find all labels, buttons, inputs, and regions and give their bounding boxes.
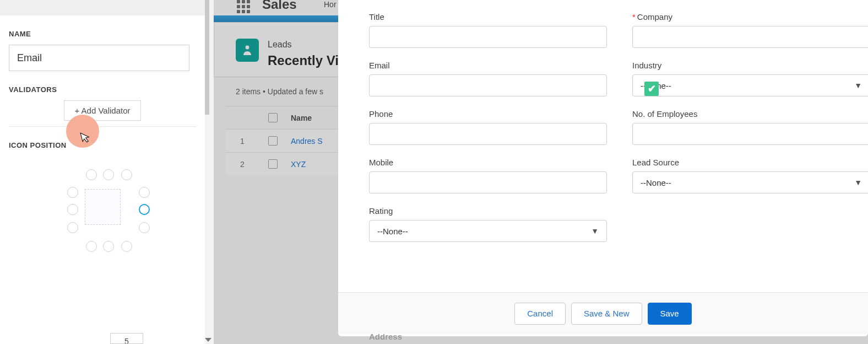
label-company: *Company — [632, 12, 868, 22]
save-and-new-button[interactable]: Save & New — [571, 303, 642, 325]
validator-check-icon: ✔ — [644, 82, 659, 96]
panel-scroll-down-icon[interactable] — [205, 338, 211, 342]
icon-pos-bottom-center[interactable] — [103, 241, 114, 252]
icon-offset-input[interactable]: 5 — [110, 333, 143, 344]
section-label-icon-position: ICON POSITION — [9, 141, 196, 149]
icon-pos-right-bottom[interactable] — [139, 222, 150, 233]
icon-pos-top-center[interactable] — [103, 169, 114, 180]
label-company-text: Company — [637, 12, 672, 22]
select-leadsource[interactable]: --None-- ▼ — [632, 171, 868, 194]
select-industry[interactable]: --None-- ▼ — [632, 74, 868, 96]
select-leadsource-value: --None-- — [641, 178, 671, 187]
label-title: Title — [369, 12, 607, 22]
label-mobile: Mobile — [369, 158, 607, 167]
section-label-name: NAME — [9, 30, 196, 38]
config-panel: NAME VALIDATORS + Add Validator ICON POS… — [0, 0, 205, 344]
icon-position-preview — [85, 189, 121, 225]
input-employees[interactable] — [632, 123, 868, 145]
icon-pos-bottom-left[interactable] — [86, 241, 97, 252]
select-rating-value: --None-- — [377, 227, 408, 236]
select-rating[interactable]: --None-- ▼ — [369, 220, 607, 242]
panel-scrollbar[interactable] — [205, 0, 209, 115]
chevron-down-icon: ▼ — [591, 227, 599, 235]
lead-form-dialog: Title *Company Email Industry --None-- ▼… — [338, 0, 868, 336]
icon-pos-right-top[interactable] — [139, 187, 150, 198]
label-employees: No. of Employees — [632, 109, 868, 119]
icon-pos-top-left[interactable] — [86, 169, 97, 180]
icon-pos-bottom-right[interactable] — [121, 241, 132, 252]
icon-pos-right-center[interactable] — [139, 204, 150, 215]
name-input[interactable] — [9, 45, 189, 71]
label-industry: Industry — [632, 61, 868, 70]
config-panel-topbar — [0, 0, 205, 15]
icon-pos-top-right[interactable] — [121, 169, 132, 180]
input-phone[interactable] — [369, 123, 607, 145]
icon-position-grid — [47, 162, 158, 261]
dialog-footer: Cancel Save & New Save — [338, 292, 868, 334]
cancel-button[interactable]: Cancel — [514, 303, 566, 325]
divider — [9, 126, 196, 127]
input-email[interactable] — [369, 74, 607, 96]
icon-pos-left-bottom[interactable] — [67, 222, 78, 233]
chevron-down-icon: ▼ — [854, 178, 862, 187]
icon-pos-left-top[interactable] — [67, 187, 78, 198]
label-rating: Rating — [369, 206, 607, 216]
label-email: Email — [369, 61, 607, 70]
input-title[interactable] — [369, 26, 607, 48]
save-button[interactable]: Save — [648, 303, 692, 325]
icon-pos-left-center[interactable] — [67, 204, 78, 215]
form-area: Title *Company Email Industry --None-- ▼… — [369, 0, 868, 265]
label-phone: Phone — [369, 109, 607, 119]
chevron-down-icon: ▼ — [854, 81, 862, 90]
label-leadsource: Lead Source — [632, 158, 868, 167]
input-mobile[interactable] — [369, 171, 607, 194]
section-label-validators: VALIDATORS — [9, 85, 196, 94]
input-company[interactable] — [632, 26, 868, 48]
